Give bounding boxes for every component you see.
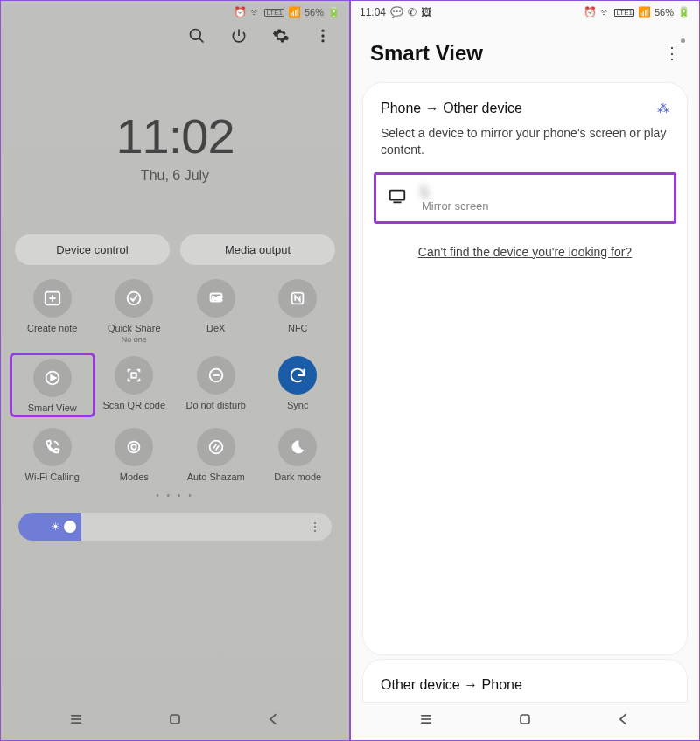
phone-to-device-card: Phone → Other device ⁂ Select a device t… — [363, 83, 687, 654]
direction-label: Other device → Phone — [381, 677, 669, 693]
svg-point-2 — [321, 30, 324, 32]
tile-label: NFC — [288, 323, 308, 333]
quick-settings-panel: ⏰ ᯤ LTE1 📶 56% 🔋 11:02 Thu, 6 July Devic… — [0, 0, 350, 741]
tile-create-note[interactable]: Create note — [11, 279, 94, 344]
tile-label: Dark mode — [274, 472, 321, 482]
device-sublabel: Mirror screen — [422, 199, 489, 213]
tile-smart-view[interactable]: Smart View — [10, 353, 95, 417]
svg-text:DeX: DeX — [212, 296, 221, 301]
signal-icon: 📶 — [638, 6, 651, 18]
home-button[interactable] — [166, 710, 184, 731]
svg-rect-24 — [390, 191, 405, 200]
more-icon[interactable] — [314, 27, 332, 48]
tile-dark-mode[interactable]: Dark mode — [257, 428, 340, 482]
nav-bar — [351, 702, 699, 740]
page-title: Smart View — [370, 41, 483, 66]
svg-point-4 — [321, 39, 324, 42]
status-time: 11:04 — [360, 6, 386, 18]
direction-desc: Select a device to mirror your phone's s… — [381, 125, 669, 158]
tile-label: Auto Shazam — [187, 472, 245, 482]
tile-nfc[interactable]: NFC — [257, 279, 340, 344]
svg-marker-13 — [51, 375, 56, 381]
tile-label: Sync — [287, 400, 308, 410]
tile-quick-share[interactable]: Quick Share No one — [94, 279, 176, 344]
tile-label: Scan QR code — [102, 400, 165, 410]
svg-point-3 — [321, 34, 324, 37]
lte-indicator: LTE1 — [264, 9, 284, 17]
whatsapp-icon: ✆ — [408, 6, 416, 18]
search-icon[interactable] — [188, 27, 206, 48]
tile-label: Modes — [120, 472, 149, 482]
smart-view-screen: 11:04 💬 ✆ 🖼 ⏰ ᯤ LTE1 📶 56% 🔋 Smart View … — [350, 0, 700, 741]
brightness-slider[interactable]: ☀ ⋮ — [18, 513, 332, 541]
battery-percent: 56% — [654, 7, 674, 17]
tile-label: Wi-Fi Calling — [25, 472, 80, 482]
wifi-icon: ᯤ — [600, 6, 611, 18]
quick-tiles: Create note Quick Share No one DeX DeX N… — [11, 279, 339, 482]
help-link[interactable]: Can't find the device you're looking for… — [381, 245, 669, 259]
more-icon[interactable]: ⋮ — [664, 44, 680, 63]
device-to-phone-card[interactable]: Other device → Phone — [363, 660, 687, 702]
tile-modes[interactable]: Modes — [94, 428, 176, 482]
svg-rect-14 — [132, 373, 137, 378]
svg-point-19 — [209, 441, 222, 454]
tile-sync[interactable]: Sync — [257, 356, 340, 416]
home-button[interactable] — [516, 710, 534, 731]
chat-icon: 💬 — [390, 6, 403, 18]
tv-icon — [385, 186, 410, 209]
signal-icon: 📶 — [288, 6, 301, 18]
device-control-button[interactable]: Device control — [15, 234, 170, 265]
clock-time: 11:02 — [1, 108, 349, 164]
tile-label: DeX — [206, 323, 225, 333]
gear-icon[interactable] — [272, 27, 290, 48]
lte-indicator: LTE1 — [614, 9, 634, 17]
tile-label: Smart View — [28, 402, 77, 413]
direction-label: Phone → Other device — [381, 101, 522, 116]
sun-icon: ☀ — [51, 521, 60, 533]
alarm-icon: ⏰ — [584, 6, 597, 18]
svg-point-18 — [132, 444, 137, 450]
status-bar: ⏰ ᯤ LTE1 📶 56% 🔋 — [1, 1, 349, 18]
power-icon[interactable] — [230, 27, 248, 48]
tile-auto-shazam[interactable]: Auto Shazam — [175, 428, 257, 482]
tile-label: Create note — [27, 323, 77, 333]
tile-label: Do not disturb — [186, 400, 246, 410]
back-button[interactable] — [615, 710, 633, 731]
media-output-button[interactable]: Media output — [180, 234, 335, 265]
recents-button[interactable] — [67, 710, 85, 731]
top-actions — [1, 18, 349, 55]
tile-dex[interactable]: DeX DeX — [175, 279, 257, 344]
svg-point-0 — [191, 30, 201, 40]
battery-percent: 56% — [304, 7, 324, 17]
alarm-icon: ⏰ — [234, 6, 247, 18]
device-row[interactable]: L Mirror screen — [374, 172, 676, 224]
tile-wifi-calling[interactable]: Wi-Fi Calling — [11, 428, 94, 482]
device-name: L — [422, 184, 489, 199]
wifi-icon: ᯤ — [250, 6, 261, 18]
tile-sublabel: No one — [122, 335, 147, 344]
battery-icon: 🔋 — [677, 6, 690, 18]
brightness-more-icon[interactable]: ⋮ — [309, 520, 321, 534]
tile-scan-qr[interactable]: Scan QR code — [94, 356, 176, 416]
searching-icon: ⁂ — [657, 101, 669, 115]
tile-dnd[interactable]: Do not disturb — [175, 356, 257, 416]
clock: 11:02 Thu, 6 July — [1, 108, 349, 184]
battery-icon: 🔋 — [327, 6, 340, 18]
recents-button[interactable] — [417, 710, 435, 731]
svg-line-1 — [200, 38, 204, 43]
svg-rect-29 — [521, 715, 529, 724]
tile-label: Quick Share — [108, 323, 161, 333]
back-button[interactable] — [265, 710, 283, 731]
status-bar: 11:04 💬 ✆ 🖼 ⏰ ᯤ LTE1 📶 56% 🔋 — [351, 1, 699, 18]
page-dots: • • • • — [1, 491, 349, 500]
svg-point-17 — [129, 442, 140, 453]
nav-bar — [1, 702, 349, 740]
clock-date: Thu, 6 July — [1, 168, 349, 184]
svg-rect-23 — [171, 715, 179, 724]
photo-icon: 🖼 — [421, 6, 431, 18]
